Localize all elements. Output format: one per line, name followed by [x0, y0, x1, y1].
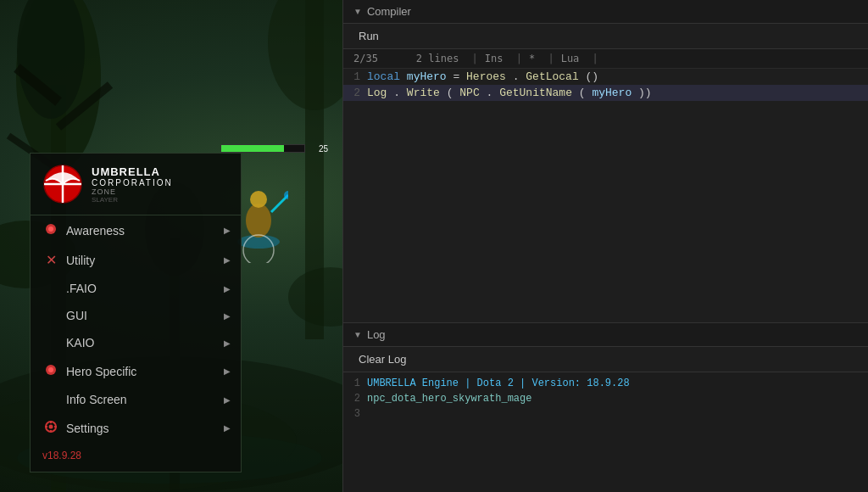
log-toolbar: Clear Log [343, 347, 868, 372]
logo-text: UMBRELLA CORPORATION ZONE SLAYER [92, 165, 173, 204]
health-number: 25 [319, 144, 328, 154]
utility-arrow: ▶ [224, 255, 231, 265]
svg-point-27 [48, 226, 53, 232]
log-collapse-icon[interactable]: ▼ [353, 330, 362, 339]
settings-label: Settings [66, 422, 109, 435]
sep2: | [465, 53, 477, 64]
log-text-2: npc_dota_hero_skywrath_mage [367, 393, 531, 405]
right-panel: ▼ Compiler Run 2/35 2 lines | Ins | * | … [342, 0, 868, 492]
log-title: Log [367, 328, 386, 341]
language-indicator: Lua [561, 53, 580, 64]
log-text-1: UMBRELLA Engine | Dota 2 | Version: 18.9… [367, 377, 630, 389]
status-bar: 2/35 2 lines | Ins | * | Lua | [343, 49, 868, 69]
logo-zone: ZONE [92, 187, 173, 196]
hero-specific-label: Hero Specific [66, 365, 136, 378]
menu-item-gui[interactable]: GUI ▶ [31, 302, 241, 329]
svg-point-18 [250, 191, 267, 208]
log-section: ▼ Log Clear Log 1 UMBRELLA Engine | Dota… [342, 322, 868, 492]
settings-icon [42, 420, 59, 436]
code-line-1: 1 local myHero = Heroes . GetLocal () [343, 69, 868, 85]
hero-specific-arrow: ▶ [224, 366, 231, 376]
line-count: 2 lines [416, 53, 459, 64]
logo-area: UMBRELLA CORPORATION ZONE SLAYER [31, 154, 241, 215]
log-line-2: 2 npc_dota_hero_skywrath_mage [343, 391, 868, 406]
sep3: | [510, 53, 522, 64]
menu-item-utility[interactable]: ✕ Utility ▶ [31, 245, 241, 275]
svg-point-17 [246, 204, 271, 238]
logo-version-small: SLAYER [92, 196, 173, 204]
utility-icon: ✕ [42, 252, 59, 268]
menu-item-settings[interactable]: Settings ▶ [31, 413, 241, 443]
menu-item-faio[interactable]: .FAIO ▶ [31, 275, 241, 302]
sep1 [385, 53, 409, 64]
menu-item-awareness[interactable]: Awareness ▶ [31, 215, 241, 245]
log-content-area: 1 UMBRELLA Engine | Dota 2 | Version: 18… [343, 372, 868, 492]
left-menu-panel: UMBRELLA CORPORATION ZONE SLAYER Awarene… [30, 153, 242, 472]
log-line-1: 1 UMBRELLA Engine | Dota 2 | Version: 18… [343, 376, 868, 391]
log-text-3 [367, 408, 373, 420]
code-line-2: 2 Log . Write ( NPC . GetUnitName ( myHe… [343, 85, 868, 101]
faio-label: .FAIO [66, 282, 97, 295]
svg-point-31 [49, 425, 53, 429]
compiler-section: ▼ Compiler Run 2/35 2 lines | Ins | * | … [342, 0, 868, 322]
run-button[interactable]: Run [353, 28, 384, 44]
menu-item-info-screen[interactable]: Info Screen ▶ [31, 386, 241, 413]
cursor-position: 2/35 [353, 53, 378, 64]
info-screen-arrow: ▶ [224, 395, 231, 405]
awareness-label: Awareness [66, 224, 125, 238]
log-header: ▼ Log [343, 323, 868, 347]
hero-specific-icon [42, 363, 59, 379]
faio-arrow: ▶ [224, 284, 231, 294]
code-content-2: Log . Write ( NPC . GetUnitName ( myHero… [367, 87, 652, 99]
log-line-3: 3 [343, 406, 868, 422]
svg-point-29 [48, 367, 53, 372]
health-bar-container: 25 [220, 144, 305, 153]
line-number-1: 1 [343, 70, 367, 83]
umbrella-logo [42, 164, 83, 204]
menu-item-kaio[interactable]: KAIO ▶ [31, 329, 241, 356]
log-line-num-3: 3 [343, 408, 367, 420]
kaio-label: KAIO [66, 336, 94, 349]
edit-mode: Ins [485, 53, 504, 64]
code-content-1: local myHero = Heroes . GetLocal () [367, 70, 598, 83]
settings-arrow: ▶ [224, 423, 231, 433]
awareness-icon [42, 222, 59, 238]
clear-log-button[interactable]: Clear Log [353, 351, 411, 367]
modified-indicator: * [529, 53, 535, 64]
logo-title: UMBRELLA [92, 165, 173, 178]
info-screen-label: Info Screen [66, 393, 127, 406]
sep4: | [542, 53, 554, 64]
compiler-toolbar: Run [343, 24, 868, 49]
compiler-collapse-icon[interactable]: ▼ [353, 7, 362, 16]
compiler-title: Compiler [367, 5, 411, 18]
kaio-arrow: ▶ [224, 338, 231, 348]
awareness-arrow: ▶ [224, 226, 231, 235]
log-line-num-1: 1 [343, 377, 367, 389]
utility-label: Utility [66, 254, 95, 267]
gui-label: GUI [66, 309, 87, 322]
line-number-2: 2 [343, 87, 367, 99]
compiler-header: ▼ Compiler [343, 0, 868, 24]
code-editor[interactable]: 1 local myHero = Heroes . GetLocal () 2 … [343, 69, 868, 322]
gui-arrow: ▶ [224, 311, 231, 321]
logo-subtitle: CORPORATION [92, 178, 173, 187]
sep5: | [586, 53, 598, 64]
version-tag: v18.9.28 [31, 443, 241, 463]
menu-item-hero-specific[interactable]: Hero Specific ▶ [31, 356, 241, 386]
health-bar [221, 145, 284, 152]
log-line-num-2: 2 [343, 393, 367, 405]
